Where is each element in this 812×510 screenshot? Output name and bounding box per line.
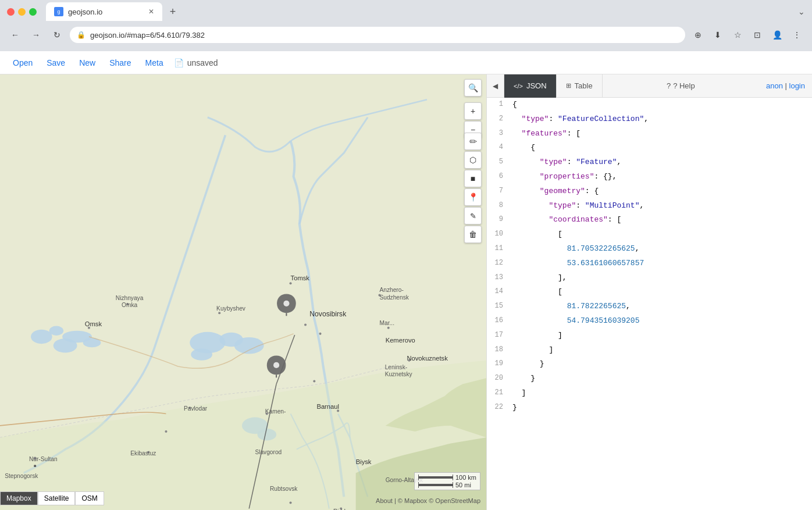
json-line[interactable]: 11 81.705322265625, <box>487 242 812 256</box>
title-bar: g geojson.io ✕ + ⌄ <box>0 0 812 23</box>
anon-link[interactable]: anon <box>766 81 783 90</box>
svg-text:Slavgorod: Slavgorod <box>255 449 282 455</box>
svg-point-14 <box>218 312 220 314</box>
help-button[interactable]: ? ? Help <box>657 81 704 90</box>
json-line[interactable]: 16 54.7943516039205 <box>487 314 812 329</box>
draw-polygon-button[interactable]: ⬡ <box>464 151 482 169</box>
profile-button[interactable]: 👤 <box>769 27 785 43</box>
line-content: "features": [ <box>510 127 812 141</box>
url-text: geojson.io/#map=6/54.610/79.382 <box>90 31 678 40</box>
open-button[interactable]: Open <box>7 55 38 71</box>
json-line[interactable]: 4 { <box>487 141 812 155</box>
satellite-tile-button[interactable]: Satellite <box>38 491 76 505</box>
json-line[interactable]: 3 "features": [ <box>487 127 812 141</box>
tab-table[interactable]: ⊞ Table <box>557 74 603 98</box>
maximize-window-button[interactable] <box>29 8 37 16</box>
tab-close-button[interactable]: ✕ <box>148 8 154 16</box>
line-content: "type": "FeatureCollection", <box>510 112 812 127</box>
app: Open Save New Share Meta 📄 unsaved <box>0 51 812 510</box>
json-line[interactable]: 20 } <box>487 372 812 386</box>
json-line[interactable]: 9 "coordinates": [ <box>487 213 812 227</box>
json-line[interactable]: 19 } <box>487 357 812 372</box>
json-line[interactable]: 21 ] <box>487 386 812 401</box>
collapse-panel-button[interactable]: ◀ <box>487 74 504 98</box>
new-tab-button[interactable]: + <box>165 3 181 20</box>
svg-text:Nur-Sultan: Nur-Sultan <box>29 456 58 462</box>
line-number: 21 <box>489 386 510 398</box>
json-editor[interactable]: 1{2 "type": "FeatureCollection",3 "featu… <box>487 98 812 510</box>
svg-text:Kuybyshev: Kuybyshev <box>216 305 246 312</box>
menu-button[interactable]: ⋮ <box>789 27 805 43</box>
line-content: ] <box>510 343 812 358</box>
meta-button[interactable]: Meta <box>140 55 169 71</box>
omnibar[interactable]: 🔒 geojson.io/#map=6/54.610/79.382 <box>70 27 685 43</box>
json-line[interactable]: 7 "geometry": { <box>487 184 812 199</box>
forward-button[interactable]: → <box>28 27 44 43</box>
active-tab[interactable]: g geojson.io ✕ <box>46 2 162 21</box>
login-link[interactable]: login <box>789 81 805 90</box>
json-line[interactable]: 2 "type": "FeatureCollection", <box>487 112 812 127</box>
json-line[interactable]: 13 ], <box>487 271 812 286</box>
table-tab-icon: ⊞ <box>566 82 571 90</box>
share-button[interactable]: Share <box>104 55 137 71</box>
scale-mi-label: 50 mi <box>455 482 471 488</box>
json-line[interactable]: 15 81.7822265625, <box>487 299 812 314</box>
topnav: Open Save New Share Meta 📄 unsaved <box>0 51 812 74</box>
line-number: 2 <box>489 112 510 124</box>
map-area[interactable]: Omsk Nizhnyaya Omka Kuybyshev Novosibirs… <box>0 74 486 510</box>
zoom-in-button[interactable]: + <box>464 102 482 120</box>
map-attribution: About | © Mapbox © OpenStreetMap <box>376 497 480 504</box>
svg-point-21 <box>387 327 390 329</box>
draw-point-button[interactable]: 📍 <box>464 188 482 206</box>
json-line[interactable]: 22} <box>487 401 812 415</box>
map-background: Omsk Nizhnyaya Omka Kuybyshev Novosibirs… <box>0 74 486 510</box>
split-view-button[interactable]: ⊡ <box>749 27 765 43</box>
svg-point-25 <box>165 430 167 433</box>
user-area: anon | login <box>759 81 812 90</box>
svg-point-29 <box>290 501 292 504</box>
search-button[interactable]: 🔍 <box>464 79 482 97</box>
svg-point-63 <box>273 362 279 368</box>
tab-json[interactable]: </> JSON <box>504 74 557 98</box>
draw-line-button[interactable]: ✏ <box>464 133 482 150</box>
json-line[interactable]: 1{ <box>487 98 812 112</box>
bookmark-button[interactable]: ☆ <box>729 27 746 43</box>
minimize-window-button[interactable] <box>18 8 26 16</box>
line-number: 16 <box>489 314 510 326</box>
edit-button[interactable]: ✎ <box>464 207 482 224</box>
mapbox-tile-button[interactable]: Mapbox <box>0 491 38 505</box>
json-line[interactable]: 18 ] <box>487 343 812 358</box>
delete-button[interactable]: 🗑 <box>464 226 482 243</box>
line-content: } <box>510 372 812 386</box>
json-line[interactable]: 10 [ <box>487 227 812 242</box>
line-number: 15 <box>489 299 510 312</box>
svg-point-15 <box>304 324 307 326</box>
json-line[interactable]: 17 ] <box>487 329 812 343</box>
svg-text:Sudzhensk: Sudzhensk <box>379 294 409 301</box>
line-number: 8 <box>489 199 510 211</box>
tab-list-button[interactable]: ⌄ <box>798 7 805 16</box>
svg-point-9 <box>191 348 212 360</box>
line-number: 14 <box>489 285 510 297</box>
draw-rectangle-button[interactable]: ■ <box>464 170 482 187</box>
svg-text:Mar...: Mar... <box>379 320 394 326</box>
osm-tile-button[interactable]: OSM <box>75 491 104 505</box>
json-line[interactable]: 5 "type": "Feature", <box>487 155 812 170</box>
line-number: 1 <box>489 98 510 110</box>
json-line[interactable]: 8 "type": "MultiPoint", <box>487 199 812 213</box>
svg-text:Omsk: Omsk <box>85 320 102 327</box>
line-number: 7 <box>489 184 510 197</box>
new-button[interactable]: New <box>73 55 101 71</box>
line-content: } <box>510 401 812 415</box>
json-line[interactable]: 14 [ <box>487 285 812 299</box>
json-line[interactable]: 6 "properties": {}, <box>487 170 812 184</box>
save-button[interactable]: Save <box>41 55 71 71</box>
json-line[interactable]: 12 53.63161060657857 <box>487 256 812 271</box>
help-icon: ? <box>667 81 671 90</box>
close-window-button[interactable] <box>7 8 15 16</box>
download-button[interactable]: ⬇ <box>710 27 726 43</box>
refresh-button[interactable]: ↻ <box>49 27 65 43</box>
back-button[interactable]: ← <box>7 27 23 43</box>
translate-button[interactable]: ⊕ <box>690 27 706 43</box>
line-content: "properties": {}, <box>510 170 812 184</box>
